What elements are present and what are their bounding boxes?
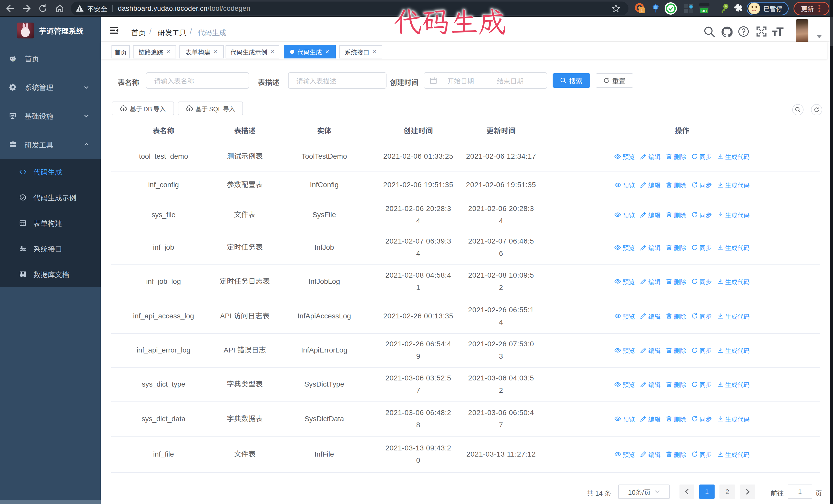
svg-text:on: on — [701, 8, 707, 13]
svg-text:1: 1 — [641, 8, 643, 13]
